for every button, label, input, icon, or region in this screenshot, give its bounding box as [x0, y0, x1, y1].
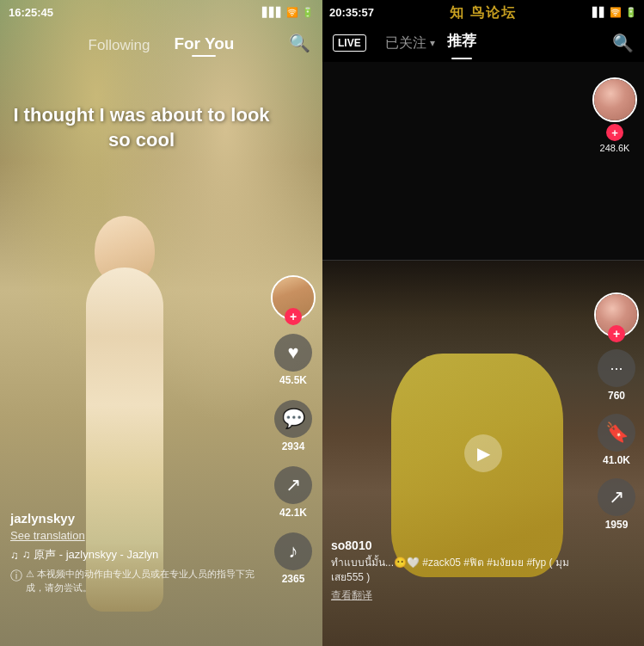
- right-like-count: 41.0K: [603, 454, 630, 466]
- comment-count: 2934: [282, 440, 305, 452]
- right-battery-icon: 🔋: [625, 7, 637, 18]
- chevron-down-icon: ▾: [430, 37, 435, 49]
- left-time: 16:25:45: [9, 6, 53, 19]
- music-action[interactable]: ♪ 2365: [274, 532, 312, 585]
- warning-icon: ⓘ: [10, 568, 22, 594]
- share-count: 42.1K: [279, 507, 307, 519]
- right-description: ทำแบบนี้มั้น...😶🤍 #zack05 #ฟิต #มงัยมย #…: [331, 556, 575, 585]
- video-caption: I thought I was about to look so cool: [12, 103, 271, 152]
- live-follow-button[interactable]: +: [606, 124, 623, 141]
- right-see-translation-button[interactable]: 查看翻译: [331, 588, 575, 603]
- wifi-icon: 🛜: [286, 7, 298, 18]
- right-follow-button[interactable]: +: [608, 325, 625, 342]
- music-text: ♫ 原声 - jazlynskyy - Jazlyn: [22, 547, 159, 563]
- following-label-right: 已关注: [385, 34, 426, 52]
- right-share-icon: ↗: [598, 478, 635, 516]
- music-count: 2365: [282, 573, 305, 585]
- live-viewer-count: 248.6K: [592, 143, 637, 153]
- heart-icon: ♥: [274, 334, 312, 372]
- music-info: ♫ ♫ 原声 - jazlynskyy - Jazlyn: [10, 547, 271, 563]
- recommend-tab[interactable]: 推荐: [444, 31, 480, 56]
- right-time: 20:35:57: [329, 6, 374, 19]
- comment-icon: 💬: [274, 400, 312, 438]
- right-share-action[interactable]: ↗ 1959: [598, 478, 635, 531]
- warning-text: ⓘ ⚠ 本视频中的动作由专业人员或在专业人员的指导下完成，请勿尝试。: [10, 568, 271, 594]
- search-icon[interactable]: 🔍: [289, 33, 310, 53]
- right-like-action[interactable]: 🔖 41.0K: [598, 414, 635, 466]
- like-count: 45.5K: [279, 374, 307, 386]
- zhihu-watermark: 知 鸟论坛: [450, 4, 517, 22]
- music-icon: ♪: [274, 532, 312, 570]
- right-signal-icon: ▋▋: [592, 7, 606, 18]
- right-nav: LIVE 已关注 ▾ 推荐 🔍: [322, 24, 644, 62]
- username[interactable]: jazlynskyy: [10, 511, 271, 526]
- section-divider: [322, 260, 644, 261]
- foryou-tab[interactable]: For You: [174, 34, 234, 57]
- share-icon: ↗: [274, 466, 312, 504]
- live-badge: LIVE: [333, 34, 366, 52]
- left-status-bar: 16:25:45 ▋▋▋ 🛜 🔋: [0, 0, 322, 24]
- foryou-underline: [192, 55, 216, 57]
- right-comment-action[interactable]: ··· 760: [598, 349, 635, 402]
- see-translation-button[interactable]: See translation: [10, 529, 271, 542]
- right-status-bar: 20:35:57 知 鸟论坛 ▋▋ 🛜 🔋: [322, 0, 644, 24]
- following-tab-right[interactable]: 已关注 ▾: [377, 34, 444, 52]
- like-action[interactable]: ♥ 45.5K: [274, 334, 312, 386]
- right-comment-icon: ···: [598, 349, 635, 387]
- recommend-label: 推荐: [444, 33, 480, 49]
- right-share-count: 1959: [605, 519, 629, 531]
- comment-action[interactable]: 💬 2934: [274, 400, 312, 452]
- signal-strength-icon: ▋▋▋: [262, 7, 283, 18]
- battery-icon: 🔋: [302, 7, 314, 18]
- live-avatar-image: [594, 79, 635, 120]
- right-video-info: so8010 ทำแบบนี้มั้น...😶🤍 #zack05 #ฟิต #ม…: [331, 538, 575, 603]
- left-signal-icons: ▋▋▋ 🛜 🔋: [262, 7, 314, 18]
- music-note-icon: ♫: [10, 549, 19, 562]
- right-panel: 20:35:57 知 鸟论坛 ▋▋ 🛜 🔋 LIVE 已关注 ▾ 推荐 🔍 + …: [322, 0, 644, 646]
- right-comment-count: 760: [608, 390, 625, 402]
- warning-message: ⚠ 本视频中的动作由专业人员或在专业人员的指导下完成，请勿尝试。: [26, 568, 271, 594]
- right-video-actions: + ··· 760 🔖 41.0K ↗ 1959: [594, 292, 639, 531]
- left-panel: 16:25:45 ▋▋▋ 🛜 🔋 Following For You 🔍 I t…: [0, 0, 322, 646]
- live-avatar-container[interactable]: + 248.6K: [592, 77, 637, 153]
- right-username[interactable]: so8010: [331, 538, 575, 552]
- follow-plus-button[interactable]: +: [285, 308, 302, 325]
- play-button[interactable]: ▶: [464, 434, 502, 472]
- foryou-label: For You: [174, 34, 234, 53]
- left-nav: Following For You: [0, 24, 322, 64]
- right-search-icon[interactable]: 🔍: [612, 33, 634, 53]
- live-avatar: [592, 77, 637, 122]
- right-signal-icons: ▋▋ 🛜 🔋: [592, 7, 637, 18]
- left-bottom-info: jazlynskyy See translation ♫ ♫ 原声 - jazl…: [10, 511, 271, 594]
- right-bookmark-icon: 🔖: [598, 414, 635, 452]
- share-action[interactable]: ↗ 42.1K: [274, 466, 312, 519]
- right-avatar-container[interactable]: +: [594, 292, 639, 337]
- left-actions: + ♥ 45.5K 💬 2934 ↗ 42.1K ♪ 2365: [271, 275, 316, 585]
- right-wifi-icon: 🛜: [610, 7, 622, 18]
- recommend-underline: [451, 58, 472, 59]
- following-tab[interactable]: Following: [89, 37, 150, 54]
- avatar-container[interactable]: +: [271, 275, 316, 320]
